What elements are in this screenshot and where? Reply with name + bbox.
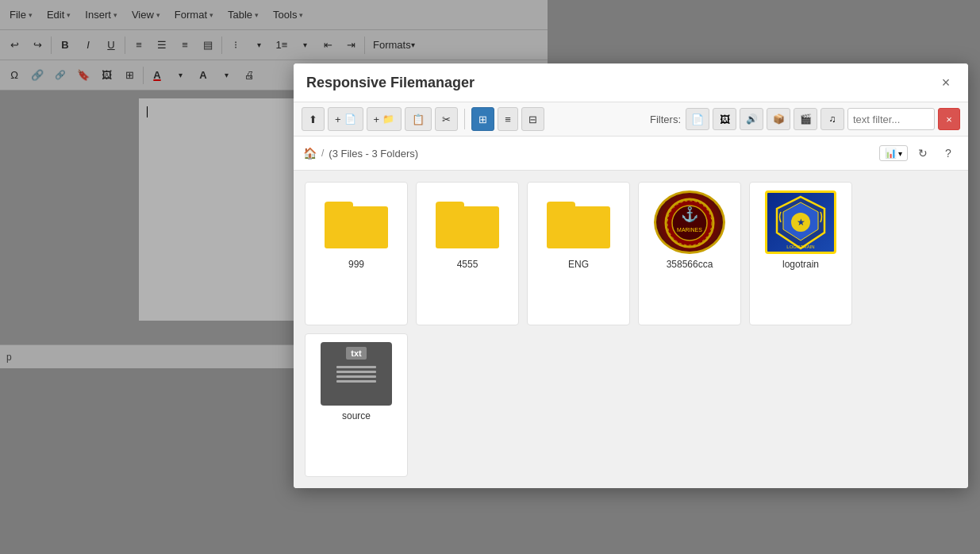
- fm-file-source-icon: txt: [321, 342, 392, 406]
- fm-file-source[interactable]: txt source: [305, 333, 408, 477]
- fm-new-file-button[interactable]: + 📄: [328, 107, 363, 131]
- fm-folder-eng-icon: [547, 197, 610, 248]
- fm-file-source-lines: [336, 366, 376, 383]
- fm-cut-button[interactable]: ✂: [435, 107, 458, 131]
- fm-file-logotrain-icon: ★ LOGOTRAIN: [765, 190, 836, 254]
- fm-file-358566cca[interactable]: ⚓ MARINES 358566cca: [638, 182, 741, 325]
- fm-folder-4555-icon: [436, 197, 499, 248]
- fm-sort-arrow: ▾: [898, 149, 902, 158]
- fm-file-358566cca-icon: ⚓ MARINES: [654, 190, 725, 254]
- fm-filter-archive-icon: 🎬: [800, 113, 812, 125]
- svg-text:⚓: ⚓: [681, 206, 699, 223]
- fm-filter-audio-icon: 🔊: [746, 113, 758, 125]
- filemanager-title: Responsive Filemanager: [306, 75, 475, 91]
- fm-folder-eng-thumb: [543, 190, 614, 254]
- fm-file-line-4: [336, 380, 376, 383]
- logotrain-badge-svg: ★ LOGOTRAIN: [769, 193, 832, 252]
- fm-clear-icon: ×: [946, 113, 952, 125]
- svg-text:LOGOTRAIN: LOGOTRAIN: [786, 244, 814, 249]
- fm-file-source-ext: txt: [346, 347, 366, 360]
- fm-new-file-icon: +: [335, 113, 341, 125]
- fm-new-folder-folder-icon: 📁: [382, 113, 394, 125]
- filemanager-close-button[interactable]: ×: [936, 73, 955, 92]
- fm-folder-999-name: 999: [348, 259, 364, 270]
- fm-breadcrumb-info: (3 Files - 3 Folders): [329, 148, 418, 160]
- fm-list-icon: ≡: [505, 113, 511, 125]
- fm-view-detail-button[interactable]: ⊟: [521, 107, 544, 131]
- fm-search-input[interactable]: [847, 108, 935, 130]
- fm-folder-999[interactable]: 999: [305, 182, 408, 325]
- fm-filters-group: Filters: 📄 🖼 🔊 📦 🎬 ♫: [650, 108, 960, 130]
- fm-toolbar-sep-1: [464, 109, 465, 129]
- svg-text:★: ★: [797, 217, 805, 228]
- marines-badge-svg: ⚓ MARINES: [662, 197, 717, 248]
- fm-folder-999-thumb: [321, 190, 392, 254]
- fm-filter-doc-button[interactable]: 📄: [686, 108, 709, 130]
- fm-filter-video-icon: 📦: [773, 113, 785, 125]
- fm-new-folder-button[interactable]: + 📁: [367, 107, 402, 131]
- filemanager-toolbar: ⬆ + 📄 + 📁 📋 ✂ ⊞ ≡ ⊟: [294, 102, 968, 137]
- fm-upload-icon: ⬆: [309, 113, 317, 125]
- fm-breadcrumb-right: 📊 ▾ ↻ ?: [879, 143, 959, 164]
- fm-file-line-2: [336, 371, 376, 373]
- fm-file-logotrain-name: logotrain: [782, 259, 819, 270]
- fm-filter-doc-icon: 📄: [691, 113, 704, 125]
- fm-home-button[interactable]: 🏠: [303, 147, 317, 160]
- fm-upload-button[interactable]: ⬆: [302, 107, 325, 131]
- fm-filter-img-icon: 🖼: [720, 113, 730, 125]
- fm-filter-video-button[interactable]: 📦: [767, 108, 790, 130]
- fm-file-grid: 999 4555 ENG: [294, 171, 968, 488]
- fm-breadcrumb-sep: /: [321, 148, 324, 159]
- fm-new-folder-icon: +: [374, 113, 380, 125]
- fm-filter-music-icon: ♫: [829, 113, 836, 125]
- fm-file-line-3: [336, 375, 376, 378]
- fm-folder-4555-thumb: [432, 190, 503, 254]
- fm-help-button[interactable]: ?: [938, 143, 959, 164]
- fm-filter-music-button[interactable]: ♫: [821, 108, 844, 130]
- fm-folder-eng[interactable]: ENG: [527, 182, 630, 325]
- fm-file-line-1: [336, 366, 376, 368]
- fm-view-list-button[interactable]: ≡: [498, 107, 518, 131]
- fm-cut-icon: ✂: [442, 113, 451, 125]
- fm-sort-button[interactable]: 📊 ▾: [879, 145, 908, 161]
- fm-clear-search-button[interactable]: ×: [938, 108, 960, 130]
- fm-file-source-thumb: txt: [321, 342, 392, 406]
- fm-breadcrumb: 🏠 / (3 Files - 3 Folders) 📊 ▾ ↻ ?: [294, 137, 968, 171]
- modal-overlay: Responsive Filemanager × ⬆ + 📄 + 📁 📋 ✂: [0, 0, 980, 554]
- fm-file-358566cca-name: 358566cca: [667, 259, 713, 270]
- fm-copy-button[interactable]: 📋: [405, 107, 432, 131]
- fm-filter-img-button[interactable]: 🖼: [713, 108, 736, 130]
- fm-file-logotrain-thumb: ★ LOGOTRAIN: [765, 190, 836, 254]
- fm-detail-icon: ⊟: [528, 113, 537, 125]
- fm-refresh-button[interactable]: ↻: [913, 143, 933, 164]
- fm-file-logotrain[interactable]: ★ LOGOTRAIN logotrain: [749, 182, 852, 325]
- fm-view-grid-button[interactable]: ⊞: [471, 107, 494, 131]
- fm-filter-audio-button[interactable]: 🔊: [740, 108, 763, 130]
- fm-file-358566cca-thumb: ⚓ MARINES: [654, 190, 725, 254]
- filemanager-header: Responsive Filemanager ×: [294, 63, 968, 102]
- fm-filter-archive-button[interactable]: 🎬: [794, 108, 817, 130]
- fm-grid-icon: ⊞: [478, 113, 487, 125]
- fm-file-source-name: source: [342, 410, 371, 421]
- filemanager-modal: Responsive Filemanager × ⬆ + 📄 + 📁 📋 ✂: [294, 63, 968, 488]
- fm-copy-icon: 📋: [412, 113, 425, 125]
- fm-new-file-doc-icon: 📄: [344, 113, 356, 125]
- fm-folder-4555[interactable]: 4555: [416, 182, 519, 325]
- fm-filters-label: Filters:: [650, 113, 681, 125]
- fm-folder-4555-name: 4555: [457, 259, 478, 270]
- svg-text:MARINES: MARINES: [677, 227, 702, 233]
- fm-sort-icon: 📊: [885, 148, 897, 159]
- fm-folder-999-icon: [325, 197, 388, 248]
- fm-folder-eng-name: ENG: [568, 259, 589, 270]
